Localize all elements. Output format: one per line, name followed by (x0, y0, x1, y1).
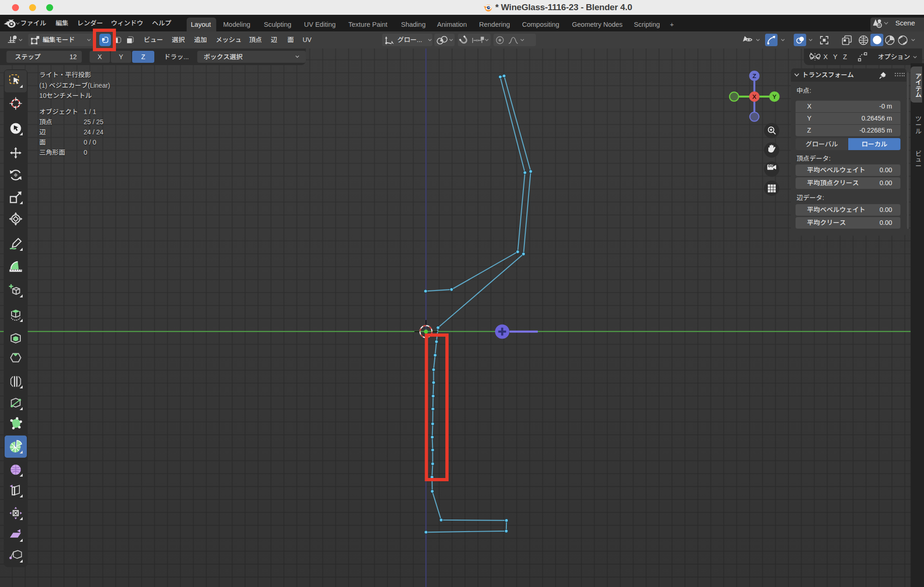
svg-text:Y: Y (772, 93, 777, 100)
svg-text:Z: Z (753, 73, 756, 79)
svg-text:X: X (752, 93, 756, 100)
